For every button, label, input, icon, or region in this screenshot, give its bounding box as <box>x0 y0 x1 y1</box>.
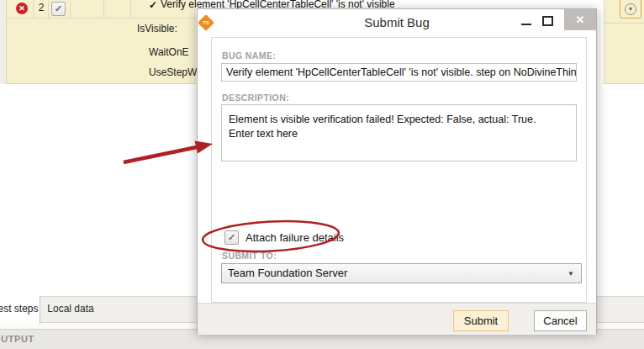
attach-failure-details-checkbox[interactable]: ✓ <box>224 230 239 245</box>
step-error-icon: ✕ <box>16 3 28 14</box>
close-icon[interactable]: ✕ <box>564 9 596 30</box>
submit-button[interactable]: Submit <box>453 310 509 331</box>
dialog-title: Submit Bug <box>198 15 596 29</box>
step-enabled-checkbox[interactable]: ✓ <box>51 2 66 16</box>
row-divider <box>7 18 196 19</box>
column-separator <box>103 0 104 18</box>
submit-to-label: SUBMIT TO: <box>222 251 277 261</box>
attach-failure-details-label[interactable]: Attach failure details <box>245 231 344 244</box>
bug-name-input[interactable]: Verify element 'HpCellCenterTableCell' '… <box>221 63 577 82</box>
test-step-row[interactable]: ✕ 2 ✓ ✓ Verify element 'HpCellCenterTabl… <box>0 0 196 84</box>
annotation-arrow-shaft <box>124 147 197 162</box>
expand-step-button[interactable]: ▾ <box>620 0 641 19</box>
submit-to-select[interactable]: Team Foundation Server ▼ <box>221 263 582 283</box>
description-line-1: Element is visible verification failed! … <box>229 113 569 127</box>
column-separator <box>33 0 34 18</box>
minimize-icon[interactable] <box>521 24 531 25</box>
description-textarea[interactable]: Element is visible verification failed! … <box>221 104 577 161</box>
bug-name-label: BUG NAME: <box>222 50 276 61</box>
description-line-2: Enter text here <box>229 127 569 141</box>
property-label-isvisible: IsVisible: <box>137 23 177 34</box>
select-dropdown-arrow-icon: ▼ <box>567 264 574 284</box>
step-check-icon: ✓ <box>149 0 157 11</box>
property-label-usestepw: UseStepW <box>149 66 197 78</box>
screen: ✕ 2 ✓ ✓ Verify element 'HpCellCenterTabl… <box>0 0 644 349</box>
submit-to-value: Team Foundation Server <box>228 267 347 279</box>
column-separator <box>48 0 49 18</box>
dialog-content-panel: BUG NAME: Verify element 'HpCellCenterTa… <box>211 37 587 303</box>
column-separator <box>70 0 71 18</box>
description-label: DESCRIPTION: <box>222 93 289 103</box>
grid-gutter <box>0 0 7 84</box>
step-number: 2 <box>34 2 48 13</box>
step-row-right-section: ▾ <box>604 0 644 84</box>
tab-test-steps[interactable]: Test steps <box>0 296 40 324</box>
row-divider <box>604 23 644 24</box>
output-panel-title: OUTPUT <box>0 334 34 344</box>
property-label-waitone: WaitOnE <box>149 46 189 58</box>
dialog-footer: Submit Cancel <box>198 303 596 335</box>
chevron-down-icon: ▾ <box>625 3 636 15</box>
cancel-button[interactable]: Cancel <box>534 310 587 331</box>
maximize-icon[interactable] <box>542 16 553 26</box>
tab-local-data[interactable]: Local data <box>40 297 101 323</box>
column-separator <box>130 0 131 18</box>
submit-bug-dialog: TS Submit Bug ✕ BUG NAME: Verify element… <box>197 8 597 334</box>
